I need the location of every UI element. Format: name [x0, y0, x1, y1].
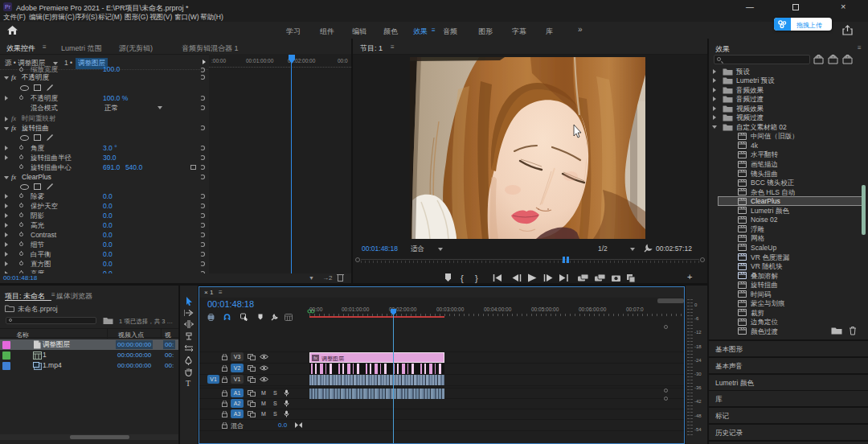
svg-text:}: } [475, 273, 478, 283]
svg-text:{: { [461, 273, 464, 283]
